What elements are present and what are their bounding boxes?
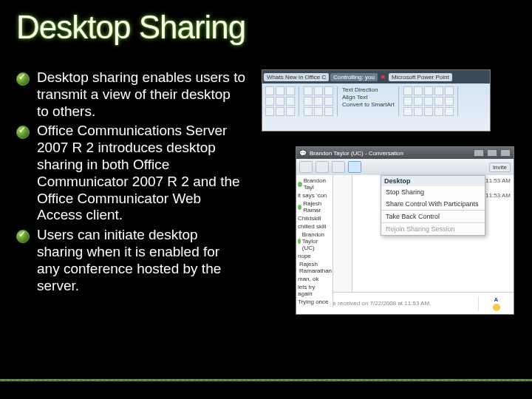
check-icon (16, 72, 30, 86)
ribbon-body: Text Direction Align Text Convert to Sma… (262, 83, 490, 119)
illustration-column: Whats New in Office C Controlling: you ✖… (259, 69, 516, 315)
menu-item: Rejoin Sharing Session (381, 222, 485, 235)
close-icon: ✖ (379, 74, 387, 81)
slide-title: Desktop Sharing (16, 9, 516, 46)
ribbon-group-label: Align Text (342, 94, 395, 100)
message-time: 11:53 AM (485, 192, 511, 199)
call-icon (299, 161, 313, 173)
bullet-item: Users can initiate desktop sharing when … (16, 227, 245, 294)
bullet-text: Office Communications Server 2007 R 2 in… (37, 123, 245, 224)
bullet-list: Desktop sharing enables users to transmi… (16, 69, 245, 315)
ribbon-group-label: Text Direction (342, 86, 395, 93)
menu-item: Take Back Control (381, 210, 485, 222)
desktop-share-icon (348, 161, 361, 173)
bullet-text: Users can initiate desktop sharing when … (37, 227, 245, 294)
share-icon (332, 161, 345, 173)
menu-item: Stop Sharing (381, 186, 485, 198)
slide-accent-divider (0, 379, 532, 381)
minimize-icon (474, 149, 484, 157)
ribbon-group-label: Convert to SmartArt (342, 101, 395, 108)
maximize-icon (487, 149, 497, 157)
ribbon-tabs: Whats New in Office C Controlling: you ✖… (262, 70, 490, 83)
message-thread-preview: Brandon Tayl it says 'con Rajesh Ramar C… (296, 175, 333, 307)
menu-item: Share Control With Participants (381, 198, 485, 210)
tab-item: Controlling: you (330, 73, 378, 81)
tab-item: Whats New in Office C (264, 73, 329, 81)
desktop-share-menu: Desktop Stop Sharing Share Control With … (381, 175, 485, 236)
app-icon: 💬 (299, 150, 307, 157)
chat-toolbar: Invite (296, 159, 514, 175)
check-icon (16, 126, 30, 139)
close-icon (500, 149, 511, 157)
invite-button: Invite (489, 163, 511, 172)
check-icon (16, 230, 30, 243)
ribbon-screenshot: Whats New in Office C Controlling: you ✖… (262, 69, 491, 132)
menu-header: Desktop (381, 176, 485, 186)
chat-screenshot: 💬 Brandon Taylor (UC) - Conversation Inv… (296, 146, 514, 315)
bullet-item: Office Communications Server 2007 R 2 in… (16, 123, 245, 224)
bullet-text: Desktop sharing enables users to transmi… (37, 69, 245, 120)
chat-titlebar: 💬 Brandon Taylor (UC) - Conversation (296, 147, 514, 159)
emoji-icon (493, 304, 500, 311)
message-time: 11:53 AM (485, 177, 511, 184)
window-title: Brandon Taylor (UC) - Conversation (310, 150, 403, 157)
tab-item: Microsoft Power Point (389, 73, 452, 81)
format-icon: A (494, 296, 499, 303)
bullet-item: Desktop sharing enables users to transmi… (16, 69, 245, 120)
video-icon (316, 161, 329, 173)
